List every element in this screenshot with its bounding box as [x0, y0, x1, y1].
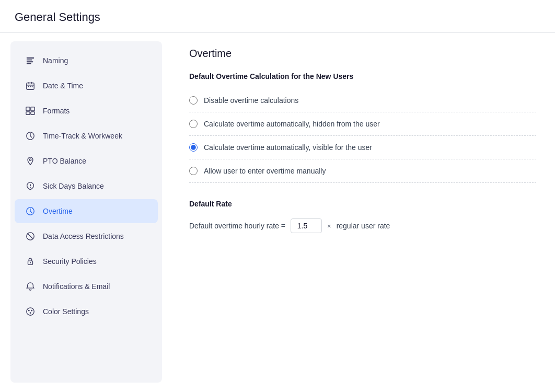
sidebar-item-naming[interactable]: Naming — [15, 49, 158, 73]
sidebar-label-security: Security Policies — [43, 257, 97, 266]
radio-disable[interactable] — [189, 96, 198, 105]
notifications-icon — [25, 281, 36, 292]
sidebar-item-pto[interactable]: PTO Balance — [15, 149, 158, 173]
svg-line-23 — [28, 234, 33, 239]
svg-rect-12 — [31, 107, 34, 111]
radio-auto-hidden[interactable] — [189, 120, 198, 128]
rate-label-prefix: Default overtime hourly rate = — [189, 222, 285, 230]
rate-row: Default overtime hourly rate = × regular… — [189, 218, 536, 233]
sidebar-label-date-time: Date & Time — [43, 82, 83, 90]
security-icon — [25, 256, 36, 267]
svg-rect-14 — [31, 112, 34, 114]
radio-option-manual[interactable]: Allow user to enter overtime manually — [189, 159, 536, 183]
sidebar-label-overtime: Overtime — [43, 207, 73, 215]
sidebar-item-color[interactable]: Color Settings — [15, 299, 158, 324]
sidebar-item-formats[interactable]: Formats — [15, 99, 158, 123]
multiply-icon: × — [327, 222, 331, 230]
svg-rect-0 — [27, 57, 34, 59]
sidebar-item-sick-days[interactable]: Sick Days Balance — [15, 174, 158, 198]
sick-days-icon — [25, 181, 36, 191]
sidebar-item-overtime[interactable]: Overtime — [15, 199, 158, 223]
main-content: Overtime Default Overtime Calculation fo… — [170, 33, 555, 391]
sidebar-label-notifications: Notifications & Email — [43, 282, 110, 291]
svg-rect-10 — [32, 86, 33, 87]
svg-point-26 — [27, 308, 34, 315]
radio-label-auto-visible: Calculate overtime automatically, visibl… — [204, 143, 372, 152]
overtime-icon — [25, 206, 36, 216]
svg-rect-13 — [26, 112, 30, 114]
svg-rect-7 — [27, 85, 34, 85]
svg-rect-11 — [26, 107, 30, 111]
section-title: Overtime — [189, 48, 536, 60]
svg-rect-4 — [27, 83, 34, 90]
rate-input[interactable] — [291, 218, 322, 233]
sidebar-label-color: Color Settings — [43, 307, 89, 316]
sidebar-item-security[interactable]: Security Policies — [15, 249, 158, 273]
svg-point-28 — [31, 310, 32, 312]
sidebar-item-date-time[interactable]: Date & Time — [15, 74, 158, 98]
sidebar-item-data-access[interactable]: Data Access Restrictions — [15, 224, 158, 248]
sidebar-label-pto: PTO Balance — [43, 157, 86, 165]
naming-icon — [25, 55, 36, 66]
formats-icon — [25, 106, 36, 116]
svg-rect-6 — [31, 82, 32, 84]
sidebar-label-formats: Formats — [43, 107, 70, 115]
svg-point-25 — [30, 262, 31, 263]
radio-auto-visible[interactable] — [189, 143, 198, 152]
svg-rect-5 — [28, 82, 29, 84]
default-rate-section: Default Rate Default overtime hourly rat… — [189, 200, 536, 233]
radio-label-manual: Allow user to enter overtime manually — [204, 167, 326, 175]
sidebar-item-time-track[interactable]: Time-Track & Workweek — [15, 124, 158, 148]
svg-rect-20 — [30, 187, 31, 188]
sidebar-label-sick-days: Sick Days Balance — [43, 182, 104, 190]
svg-point-29 — [30, 312, 31, 314]
svg-rect-9 — [30, 86, 31, 87]
pto-icon — [25, 156, 36, 166]
calculation-subsection-title: Default Overtime Calculation for the New… — [189, 72, 536, 80]
radio-label-auto-hidden: Calculate overtime automatically, hidden… — [204, 120, 380, 128]
svg-rect-1 — [27, 60, 32, 61]
svg-rect-8 — [28, 86, 29, 87]
date-time-icon — [25, 80, 36, 91]
page-title: General Settings — [15, 10, 540, 24]
color-icon — [25, 306, 36, 317]
main-layout: Naming Date & Time — [0, 33, 555, 391]
calculation-section: Default Overtime Calculation for the New… — [189, 72, 536, 183]
default-rate-title: Default Rate — [189, 200, 536, 208]
sidebar-label-data-access: Data Access Restrictions — [43, 232, 124, 240]
svg-rect-19 — [30, 184, 31, 186]
radio-option-auto-visible[interactable]: Calculate overtime automatically, visibl… — [189, 136, 536, 159]
svg-rect-3 — [27, 63, 31, 64]
svg-rect-2 — [27, 61, 33, 62]
svg-point-18 — [29, 159, 31, 161]
sidebar-label-naming: Naming — [43, 56, 68, 65]
sidebar-label-time-track: Time-Track & Workweek — [43, 132, 122, 140]
radio-label-disable: Disable overtime calculations — [204, 96, 298, 105]
radio-manual[interactable] — [189, 167, 198, 175]
svg-line-17 — [30, 136, 32, 137]
svg-point-27 — [28, 310, 30, 312]
time-track-icon — [25, 131, 36, 141]
radio-option-auto-hidden[interactable]: Calculate overtime automatically, hidden… — [189, 112, 536, 136]
page-header: General Settings — [0, 0, 555, 33]
sidebar-item-notifications[interactable]: Notifications & Email — [15, 274, 158, 298]
radio-option-disable[interactable]: Disable overtime calculations — [189, 89, 536, 112]
rate-label-suffix: regular user rate — [337, 222, 390, 230]
sidebar: Naming Date & Time — [10, 41, 162, 383]
data-access-icon — [25, 231, 36, 241]
